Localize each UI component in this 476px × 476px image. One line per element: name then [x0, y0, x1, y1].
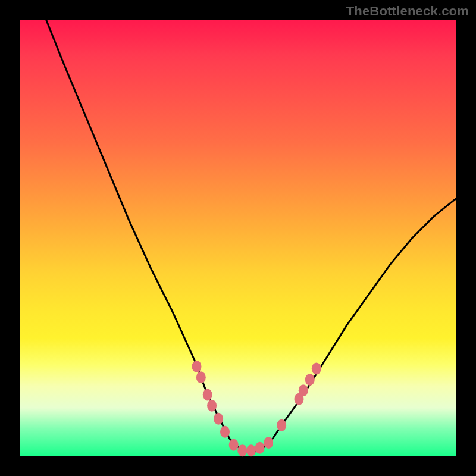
plot-area: [20, 20, 456, 456]
curve-marker: [196, 371, 206, 383]
curve-marker: [214, 413, 223, 425]
curve-marker: [255, 442, 265, 454]
bottleneck-curve: [46, 20, 456, 452]
curve-marker: [277, 419, 286, 431]
chart-frame: TheBottleneck.com: [0, 0, 476, 476]
curve-marker: [246, 444, 256, 456]
curve-marker: [237, 444, 247, 456]
curve-marker: [220, 426, 230, 438]
curve-marker: [229, 439, 239, 451]
curve-svg: [20, 20, 456, 456]
curve-marker: [312, 363, 321, 375]
curve-marker: [207, 400, 217, 412]
curve-marker: [305, 374, 315, 386]
curve-markers: [192, 361, 321, 456]
curve-marker: [192, 361, 202, 372]
curve-marker: [299, 384, 308, 396]
watermark-text: TheBottleneck.com: [346, 4, 469, 19]
curve-marker: [264, 437, 273, 449]
curve-marker: [203, 389, 212, 401]
